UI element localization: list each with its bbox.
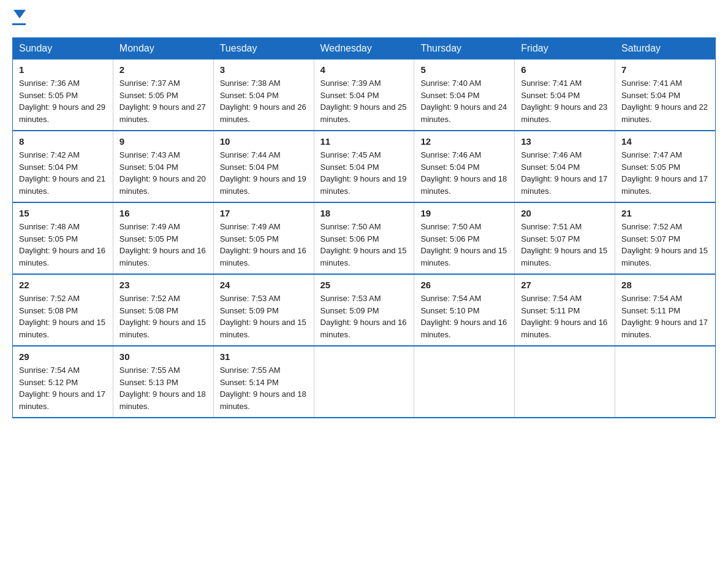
day-info: Sunrise: 7:46 AM Sunset: 5:04 PM Dayligh… xyxy=(420,149,508,197)
calendar-cell: 24 Sunrise: 7:53 AM Sunset: 5:09 PM Dayl… xyxy=(213,274,314,346)
day-info: Sunrise: 7:55 AM Sunset: 5:14 PM Dayligh… xyxy=(220,364,308,412)
calendar-cell xyxy=(615,346,716,418)
day-number: 25 xyxy=(320,280,408,290)
day-number: 1 xyxy=(19,64,107,75)
calendar-cell: 9 Sunrise: 7:43 AM Sunset: 5:04 PM Dayli… xyxy=(113,131,213,202)
day-info: Sunrise: 7:49 AM Sunset: 5:05 PM Dayligh… xyxy=(220,221,308,269)
calendar-cell: 29 Sunrise: 7:54 AM Sunset: 5:12 PM Dayl… xyxy=(13,346,113,418)
header-thursday: Thursday xyxy=(414,38,515,59)
day-info: Sunrise: 7:46 AM Sunset: 5:04 PM Dayligh… xyxy=(521,149,609,197)
day-info: Sunrise: 7:54 AM Sunset: 5:12 PM Dayligh… xyxy=(19,364,107,412)
day-info: Sunrise: 7:48 AM Sunset: 5:05 PM Dayligh… xyxy=(19,221,107,269)
logo xyxy=(12,12,26,25)
logo-triangle-icon xyxy=(13,10,26,18)
day-info: Sunrise: 7:54 AM Sunset: 5:10 PM Dayligh… xyxy=(420,293,508,340)
calendar-cell xyxy=(414,346,515,418)
header-tuesday: Tuesday xyxy=(213,38,314,59)
header-wednesday: Wednesday xyxy=(314,38,414,59)
calendar-cell: 7 Sunrise: 7:41 AM Sunset: 5:04 PM Dayli… xyxy=(615,59,716,131)
day-number: 22 xyxy=(19,280,107,290)
calendar-cell xyxy=(515,346,615,418)
day-number: 3 xyxy=(220,64,308,75)
day-info: Sunrise: 7:41 AM Sunset: 5:04 PM Dayligh… xyxy=(521,77,609,125)
header-sunday: Sunday xyxy=(13,38,113,59)
page-header xyxy=(12,12,716,25)
logo-line xyxy=(12,23,26,25)
calendar-cell: 26 Sunrise: 7:54 AM Sunset: 5:10 PM Dayl… xyxy=(414,274,515,346)
calendar-cell: 14 Sunrise: 7:47 AM Sunset: 5:05 PM Dayl… xyxy=(615,131,716,202)
day-info: Sunrise: 7:44 AM Sunset: 5:04 PM Dayligh… xyxy=(220,149,308,197)
header-row: SundayMondayTuesdayWednesdayThursdayFrid… xyxy=(13,38,716,59)
calendar-cell: 28 Sunrise: 7:54 AM Sunset: 5:11 PM Dayl… xyxy=(615,274,716,346)
calendar-cell: 4 Sunrise: 7:39 AM Sunset: 5:04 PM Dayli… xyxy=(314,59,414,131)
calendar-cell: 10 Sunrise: 7:44 AM Sunset: 5:04 PM Dayl… xyxy=(213,131,314,202)
day-info: Sunrise: 7:49 AM Sunset: 5:05 PM Dayligh… xyxy=(119,221,207,269)
week-row-1: 1 Sunrise: 7:36 AM Sunset: 5:05 PM Dayli… xyxy=(13,59,716,131)
calendar-cell: 3 Sunrise: 7:38 AM Sunset: 5:04 PM Dayli… xyxy=(213,59,314,131)
day-info: Sunrise: 7:50 AM Sunset: 5:06 PM Dayligh… xyxy=(420,221,508,269)
day-number: 18 xyxy=(320,208,408,218)
calendar-cell: 25 Sunrise: 7:53 AM Sunset: 5:09 PM Dayl… xyxy=(314,274,414,346)
day-number: 20 xyxy=(521,208,609,218)
week-row-4: 22 Sunrise: 7:52 AM Sunset: 5:08 PM Dayl… xyxy=(13,274,716,346)
day-number: 9 xyxy=(119,136,207,147)
day-number: 19 xyxy=(420,208,508,218)
calendar-cell: 27 Sunrise: 7:54 AM Sunset: 5:11 PM Dayl… xyxy=(515,274,615,346)
day-info: Sunrise: 7:52 AM Sunset: 5:07 PM Dayligh… xyxy=(621,221,709,269)
day-number: 5 xyxy=(420,64,508,75)
day-info: Sunrise: 7:55 AM Sunset: 5:13 PM Dayligh… xyxy=(119,364,207,412)
day-info: Sunrise: 7:37 AM Sunset: 5:05 PM Dayligh… xyxy=(119,77,207,125)
calendar-cell: 2 Sunrise: 7:37 AM Sunset: 5:05 PM Dayli… xyxy=(113,59,213,131)
day-info: Sunrise: 7:38 AM Sunset: 5:04 PM Dayligh… xyxy=(220,77,308,125)
day-number: 13 xyxy=(521,136,609,147)
day-number: 6 xyxy=(521,64,609,75)
day-info: Sunrise: 7:45 AM Sunset: 5:04 PM Dayligh… xyxy=(320,149,408,197)
calendar-cell: 30 Sunrise: 7:55 AM Sunset: 5:13 PM Dayl… xyxy=(113,346,213,418)
day-info: Sunrise: 7:53 AM Sunset: 5:09 PM Dayligh… xyxy=(220,293,308,340)
day-info: Sunrise: 7:42 AM Sunset: 5:04 PM Dayligh… xyxy=(19,149,107,197)
day-number: 23 xyxy=(119,280,207,290)
day-info: Sunrise: 7:50 AM Sunset: 5:06 PM Dayligh… xyxy=(320,221,408,269)
header-monday: Monday xyxy=(113,38,213,59)
day-number: 26 xyxy=(420,280,508,290)
day-number: 30 xyxy=(119,351,207,362)
calendar-cell: 16 Sunrise: 7:49 AM Sunset: 5:05 PM Dayl… xyxy=(113,202,213,274)
header-saturday: Saturday xyxy=(615,38,716,59)
day-number: 14 xyxy=(621,136,709,147)
day-info: Sunrise: 7:36 AM Sunset: 5:05 PM Dayligh… xyxy=(19,77,107,125)
day-number: 31 xyxy=(220,351,308,362)
calendar-cell: 22 Sunrise: 7:52 AM Sunset: 5:08 PM Dayl… xyxy=(13,274,113,346)
calendar-cell: 8 Sunrise: 7:42 AM Sunset: 5:04 PM Dayli… xyxy=(13,131,113,202)
week-row-5: 29 Sunrise: 7:54 AM Sunset: 5:12 PM Dayl… xyxy=(13,346,716,418)
day-number: 11 xyxy=(320,136,408,147)
calendar-cell: 11 Sunrise: 7:45 AM Sunset: 5:04 PM Dayl… xyxy=(314,131,414,202)
calendar-cell: 6 Sunrise: 7:41 AM Sunset: 5:04 PM Dayli… xyxy=(515,59,615,131)
calendar-cell: 12 Sunrise: 7:46 AM Sunset: 5:04 PM Dayl… xyxy=(414,131,515,202)
day-info: Sunrise: 7:41 AM Sunset: 5:04 PM Dayligh… xyxy=(621,77,709,125)
calendar-cell: 15 Sunrise: 7:48 AM Sunset: 5:05 PM Dayl… xyxy=(13,202,113,274)
day-number: 7 xyxy=(621,64,709,75)
day-info: Sunrise: 7:40 AM Sunset: 5:04 PM Dayligh… xyxy=(420,77,508,125)
calendar-cell: 5 Sunrise: 7:40 AM Sunset: 5:04 PM Dayli… xyxy=(414,59,515,131)
calendar-cell: 21 Sunrise: 7:52 AM Sunset: 5:07 PM Dayl… xyxy=(615,202,716,274)
day-info: Sunrise: 7:43 AM Sunset: 5:04 PM Dayligh… xyxy=(119,149,207,197)
day-number: 29 xyxy=(19,351,107,362)
day-info: Sunrise: 7:52 AM Sunset: 5:08 PM Dayligh… xyxy=(19,293,107,340)
calendar-table: SundayMondayTuesdayWednesdayThursdayFrid… xyxy=(12,37,716,418)
day-info: Sunrise: 7:51 AM Sunset: 5:07 PM Dayligh… xyxy=(521,221,609,269)
calendar-cell: 19 Sunrise: 7:50 AM Sunset: 5:06 PM Dayl… xyxy=(414,202,515,274)
calendar-cell: 23 Sunrise: 7:52 AM Sunset: 5:08 PM Dayl… xyxy=(113,274,213,346)
day-number: 28 xyxy=(621,280,709,290)
day-number: 27 xyxy=(521,280,609,290)
day-number: 15 xyxy=(19,208,107,218)
day-info: Sunrise: 7:54 AM Sunset: 5:11 PM Dayligh… xyxy=(621,293,709,340)
calendar-cell: 18 Sunrise: 7:50 AM Sunset: 5:06 PM Dayl… xyxy=(314,202,414,274)
header-friday: Friday xyxy=(515,38,615,59)
day-number: 21 xyxy=(621,208,709,218)
day-number: 24 xyxy=(220,280,308,290)
day-info: Sunrise: 7:39 AM Sunset: 5:04 PM Dayligh… xyxy=(320,77,408,125)
calendar-cell xyxy=(314,346,414,418)
calendar-cell: 17 Sunrise: 7:49 AM Sunset: 5:05 PM Dayl… xyxy=(213,202,314,274)
calendar-cell: 13 Sunrise: 7:46 AM Sunset: 5:04 PM Dayl… xyxy=(515,131,615,202)
day-info: Sunrise: 7:54 AM Sunset: 5:11 PM Dayligh… xyxy=(521,293,609,340)
